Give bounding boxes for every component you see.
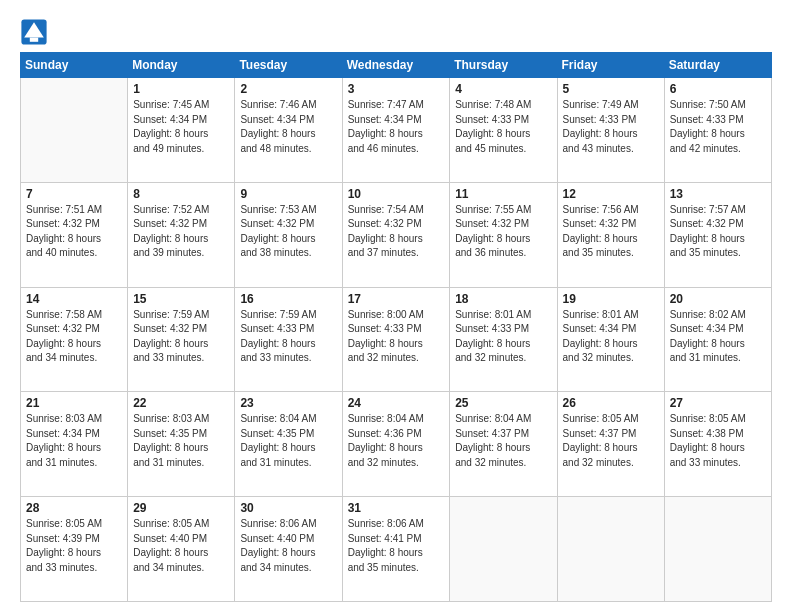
calendar-cell: 28Sunrise: 8:05 AMSunset: 4:39 PMDayligh… — [21, 497, 128, 602]
day-info: Sunrise: 8:05 AMSunset: 4:37 PMDaylight:… — [563, 412, 659, 470]
day-info: Sunrise: 7:53 AMSunset: 4:32 PMDaylight:… — [240, 203, 336, 261]
calendar-cell: 3Sunrise: 7:47 AMSunset: 4:34 PMDaylight… — [342, 78, 450, 183]
calendar-cell: 21Sunrise: 8:03 AMSunset: 4:34 PMDayligh… — [21, 392, 128, 497]
day-info: Sunrise: 7:47 AMSunset: 4:34 PMDaylight:… — [348, 98, 445, 156]
calendar-cell: 27Sunrise: 8:05 AMSunset: 4:38 PMDayligh… — [664, 392, 771, 497]
day-number: 20 — [670, 292, 766, 306]
day-number: 9 — [240, 187, 336, 201]
day-number: 26 — [563, 396, 659, 410]
calendar-cell: 10Sunrise: 7:54 AMSunset: 4:32 PMDayligh… — [342, 182, 450, 287]
day-number: 3 — [348, 82, 445, 96]
day-number: 25 — [455, 396, 551, 410]
week-row-1: 7Sunrise: 7:51 AMSunset: 4:32 PMDaylight… — [21, 182, 772, 287]
day-number: 23 — [240, 396, 336, 410]
day-number: 30 — [240, 501, 336, 515]
day-info: Sunrise: 8:04 AMSunset: 4:37 PMDaylight:… — [455, 412, 551, 470]
day-info: Sunrise: 7:54 AMSunset: 4:32 PMDaylight:… — [348, 203, 445, 261]
day-info: Sunrise: 8:00 AMSunset: 4:33 PMDaylight:… — [348, 308, 445, 366]
day-number: 14 — [26, 292, 122, 306]
calendar-cell: 8Sunrise: 7:52 AMSunset: 4:32 PMDaylight… — [128, 182, 235, 287]
day-number: 2 — [240, 82, 336, 96]
day-number: 24 — [348, 396, 445, 410]
day-info: Sunrise: 8:06 AMSunset: 4:41 PMDaylight:… — [348, 517, 445, 575]
calendar-cell: 15Sunrise: 7:59 AMSunset: 4:32 PMDayligh… — [128, 287, 235, 392]
day-number: 7 — [26, 187, 122, 201]
day-info: Sunrise: 7:57 AMSunset: 4:32 PMDaylight:… — [670, 203, 766, 261]
day-number: 22 — [133, 396, 229, 410]
calendar-cell — [450, 497, 557, 602]
day-number: 21 — [26, 396, 122, 410]
calendar-cell: 14Sunrise: 7:58 AMSunset: 4:32 PMDayligh… — [21, 287, 128, 392]
day-info: Sunrise: 7:56 AMSunset: 4:32 PMDaylight:… — [563, 203, 659, 261]
calendar-cell — [557, 497, 664, 602]
day-info: Sunrise: 8:01 AMSunset: 4:33 PMDaylight:… — [455, 308, 551, 366]
calendar-cell: 18Sunrise: 8:01 AMSunset: 4:33 PMDayligh… — [450, 287, 557, 392]
day-number: 6 — [670, 82, 766, 96]
day-info: Sunrise: 7:55 AMSunset: 4:32 PMDaylight:… — [455, 203, 551, 261]
day-info: Sunrise: 8:03 AMSunset: 4:35 PMDaylight:… — [133, 412, 229, 470]
day-info: Sunrise: 8:03 AMSunset: 4:34 PMDaylight:… — [26, 412, 122, 470]
calendar-cell: 20Sunrise: 8:02 AMSunset: 4:34 PMDayligh… — [664, 287, 771, 392]
calendar-cell: 4Sunrise: 7:48 AMSunset: 4:33 PMDaylight… — [450, 78, 557, 183]
day-info: Sunrise: 7:48 AMSunset: 4:33 PMDaylight:… — [455, 98, 551, 156]
day-info: Sunrise: 8:05 AMSunset: 4:38 PMDaylight:… — [670, 412, 766, 470]
day-number: 27 — [670, 396, 766, 410]
day-number: 16 — [240, 292, 336, 306]
day-info: Sunrise: 8:05 AMSunset: 4:40 PMDaylight:… — [133, 517, 229, 575]
calendar-cell: 2Sunrise: 7:46 AMSunset: 4:34 PMDaylight… — [235, 78, 342, 183]
header — [20, 18, 772, 46]
day-number: 4 — [455, 82, 551, 96]
day-info: Sunrise: 7:59 AMSunset: 4:33 PMDaylight:… — [240, 308, 336, 366]
day-number: 18 — [455, 292, 551, 306]
day-number: 10 — [348, 187, 445, 201]
calendar-cell: 31Sunrise: 8:06 AMSunset: 4:41 PMDayligh… — [342, 497, 450, 602]
day-header-monday: Monday — [128, 53, 235, 78]
day-info: Sunrise: 8:02 AMSunset: 4:34 PMDaylight:… — [670, 308, 766, 366]
day-info: Sunrise: 8:05 AMSunset: 4:39 PMDaylight:… — [26, 517, 122, 575]
day-number: 1 — [133, 82, 229, 96]
day-header-thursday: Thursday — [450, 53, 557, 78]
day-info: Sunrise: 7:51 AMSunset: 4:32 PMDaylight:… — [26, 203, 122, 261]
calendar-cell: 13Sunrise: 7:57 AMSunset: 4:32 PMDayligh… — [664, 182, 771, 287]
calendar-cell: 30Sunrise: 8:06 AMSunset: 4:40 PMDayligh… — [235, 497, 342, 602]
day-header-friday: Friday — [557, 53, 664, 78]
day-info: Sunrise: 7:45 AMSunset: 4:34 PMDaylight:… — [133, 98, 229, 156]
calendar-cell — [664, 497, 771, 602]
day-info: Sunrise: 8:06 AMSunset: 4:40 PMDaylight:… — [240, 517, 336, 575]
day-number: 5 — [563, 82, 659, 96]
day-number: 8 — [133, 187, 229, 201]
day-info: Sunrise: 8:04 AMSunset: 4:36 PMDaylight:… — [348, 412, 445, 470]
calendar-table: SundayMondayTuesdayWednesdayThursdayFrid… — [20, 52, 772, 602]
day-number: 15 — [133, 292, 229, 306]
day-header-wednesday: Wednesday — [342, 53, 450, 78]
day-number: 19 — [563, 292, 659, 306]
calendar-cell: 22Sunrise: 8:03 AMSunset: 4:35 PMDayligh… — [128, 392, 235, 497]
calendar-cell: 16Sunrise: 7:59 AMSunset: 4:33 PMDayligh… — [235, 287, 342, 392]
day-number: 29 — [133, 501, 229, 515]
day-info: Sunrise: 8:01 AMSunset: 4:34 PMDaylight:… — [563, 308, 659, 366]
calendar-cell: 19Sunrise: 8:01 AMSunset: 4:34 PMDayligh… — [557, 287, 664, 392]
day-header-sunday: Sunday — [21, 53, 128, 78]
day-number: 28 — [26, 501, 122, 515]
day-number: 13 — [670, 187, 766, 201]
page: SundayMondayTuesdayWednesdayThursdayFrid… — [0, 0, 792, 612]
svg-rect-2 — [30, 38, 38, 42]
day-info: Sunrise: 7:59 AMSunset: 4:32 PMDaylight:… — [133, 308, 229, 366]
day-info: Sunrise: 7:49 AMSunset: 4:33 PMDaylight:… — [563, 98, 659, 156]
calendar-cell: 5Sunrise: 7:49 AMSunset: 4:33 PMDaylight… — [557, 78, 664, 183]
day-number: 17 — [348, 292, 445, 306]
calendar-cell: 12Sunrise: 7:56 AMSunset: 4:32 PMDayligh… — [557, 182, 664, 287]
calendar-cell: 7Sunrise: 7:51 AMSunset: 4:32 PMDaylight… — [21, 182, 128, 287]
calendar-cell: 25Sunrise: 8:04 AMSunset: 4:37 PMDayligh… — [450, 392, 557, 497]
calendar-cell: 17Sunrise: 8:00 AMSunset: 4:33 PMDayligh… — [342, 287, 450, 392]
week-row-0: 1Sunrise: 7:45 AMSunset: 4:34 PMDaylight… — [21, 78, 772, 183]
calendar-cell — [21, 78, 128, 183]
calendar-cell: 23Sunrise: 8:04 AMSunset: 4:35 PMDayligh… — [235, 392, 342, 497]
day-header-tuesday: Tuesday — [235, 53, 342, 78]
calendar-cell: 11Sunrise: 7:55 AMSunset: 4:32 PMDayligh… — [450, 182, 557, 287]
day-info: Sunrise: 7:58 AMSunset: 4:32 PMDaylight:… — [26, 308, 122, 366]
day-info: Sunrise: 7:50 AMSunset: 4:33 PMDaylight:… — [670, 98, 766, 156]
logo-icon — [20, 18, 48, 46]
days-header-row: SundayMondayTuesdayWednesdayThursdayFrid… — [21, 53, 772, 78]
day-number: 31 — [348, 501, 445, 515]
